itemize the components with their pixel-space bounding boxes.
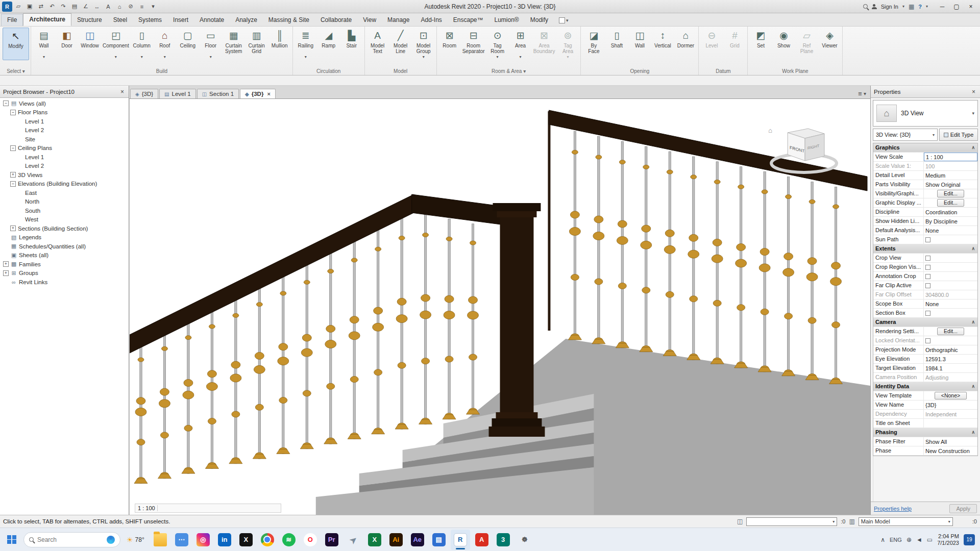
taskbar-app-icon[interactable]: ◎ <box>193 530 213 550</box>
property-value[interactable]: By Discipline <box>924 217 977 226</box>
tree-item[interactable]: North <box>0 197 129 207</box>
ribbon-tab[interactable]: Massing & Site <box>263 14 315 26</box>
taskbar-app-icon[interactable]: X <box>365 530 384 550</box>
ribbon-tool-button[interactable]: ▯ Shaft <box>605 28 628 59</box>
ribbon-tool-button[interactable]: ▙ Stair <box>340 28 363 59</box>
close-properties-icon[interactable]: × <box>970 88 977 95</box>
tree-item[interactable]: ▦ Schedules/Quantities (all) <box>0 242 129 251</box>
taskbar-app-icon[interactable] <box>258 530 277 550</box>
panel-label-select[interactable]: Select ▾ <box>3 68 29 75</box>
qat-icon[interactable]: ⊘ <box>126 2 136 12</box>
ribbon-tool-button[interactable]: ◫ Window <box>79 28 101 59</box>
tree-item[interactable]: Elevations (Building Elevation) <box>0 180 129 189</box>
ribbon-tool-button[interactable]: ◢ Ramp <box>317 28 340 59</box>
ribbon-tab[interactable]: Collaborate <box>315 14 357 26</box>
ribbon-tool-button[interactable]: ▱ Ref Plane <box>795 28 818 59</box>
qat-icon[interactable]: ▱ <box>13 2 23 12</box>
taskbar-app-icon[interactable]: ⋯ <box>172 530 191 550</box>
view-tab[interactable]: ◫ Section 1 × <box>197 89 239 98</box>
properties-header[interactable]: Properties × <box>871 86 980 98</box>
start-button[interactable] <box>3 531 20 548</box>
search-icon[interactable] <box>863 4 868 9</box>
property-value[interactable] <box>924 254 977 262</box>
tree-item[interactable]: Level 1 <box>0 153 129 162</box>
ribbon-tool-button[interactable]: ⊚ Tag Area <box>556 28 579 59</box>
ribbon-tool-button[interactable]: ⊠ Room <box>438 28 461 59</box>
expander-icon[interactable] <box>3 261 9 267</box>
language-indicator[interactable]: ENG <box>890 537 902 543</box>
sign-in-caret-icon[interactable]: ▾ <box>902 4 904 9</box>
ribbon-tool-button[interactable]: ◩ Set <box>749 28 772 59</box>
taskbar-app-icon[interactable]: ▤ <box>429 530 449 550</box>
property-value[interactable]: Coordination <box>924 208 977 216</box>
ribbon-tool-button[interactable]: ◫ Wall <box>628 28 651 59</box>
ribbon-tool-button[interactable]: ◉ Show <box>772 28 795 59</box>
view-tab[interactable]: ▤ Level 1 × <box>159 89 196 98</box>
type-selector-arrow-icon[interactable]: ▾ <box>972 111 974 116</box>
property-value[interactable] <box>924 336 977 345</box>
property-value[interactable] <box>924 309 977 317</box>
drawing-area[interactable]: ⌂ FRONT RIGHT 1 : 100 <box>129 99 870 515</box>
ribbon-tab[interactable]: Modify <box>525 14 554 26</box>
ribbon-tool-button[interactable]: ◈ Viewer <box>818 28 841 59</box>
property-value[interactable]: Adjusting <box>924 373 977 382</box>
tree-item[interactable]: Level 2 <box>0 162 129 171</box>
taskbar-app-icon[interactable]: 3 <box>494 530 513 550</box>
property-value[interactable]: 100 <box>924 162 977 170</box>
editable-only-badge[interactable]: :0 <box>841 518 845 524</box>
tree-item[interactable]: South <box>0 206 129 215</box>
property-value[interactable] <box>924 272 977 281</box>
view-filter-dropdown[interactable]: 3D View: {3D} ▾ <box>873 129 938 141</box>
tree-item[interactable]: ∞ Revit Links <box>0 278 129 287</box>
ribbon-tool-button[interactable]: ▯ Column <box>131 28 153 59</box>
ribbon-tab[interactable]: View <box>357 14 382 26</box>
filter-count-badge[interactable]: :0 <box>972 518 977 524</box>
ribbon-tab[interactable]: Steel <box>108 14 133 26</box>
property-value[interactable]: 1 : 100 <box>924 153 977 161</box>
tree-item[interactable]: ⊞ Groups <box>0 269 129 278</box>
panel-label-room-area[interactable]: Room & Area ▾ <box>438 68 579 75</box>
ribbon-tool-button[interactable]: ╱ Model Line <box>389 28 412 59</box>
qat-icon[interactable]: ∠ <box>81 2 91 12</box>
design-options-icon[interactable]: ▥ <box>849 518 854 525</box>
ribbon-tool-button[interactable]: ⌂ Roof <box>154 28 176 59</box>
ribbon-tab[interactable]: Annotate <box>194 14 230 26</box>
ribbon-tool-button[interactable]: ⊙ Tag Room <box>486 28 509 59</box>
property-value[interactable]: None <box>924 299 977 308</box>
tree-item[interactable]: Level 1 <box>0 117 129 126</box>
ribbon-tool-button[interactable]: ▦ Curtain System <box>223 28 245 59</box>
view-tab[interactable]: ◈ {3D} × <box>130 89 158 98</box>
sign-in-button[interactable]: Sign In <box>881 4 898 10</box>
checkbox[interactable] <box>925 265 930 270</box>
expander-icon[interactable] <box>3 101 9 106</box>
modify-button[interactable]: ↖ Modify <box>3 28 29 60</box>
active-workset-dropdown[interactable]: ▾ <box>746 517 837 526</box>
store-icon[interactable]: ▦ <box>909 3 914 10</box>
help-caret-icon[interactable]: ▾ <box>926 4 928 9</box>
property-value[interactable] <box>924 263 977 271</box>
qat-icon[interactable]: ↶ <box>47 2 57 12</box>
qat-icon[interactable]: A <box>103 2 113 12</box>
project-browser-header[interactable]: Project Browser - Project10 × <box>0 86 129 98</box>
property-value[interactable]: Edit... <box>924 198 977 207</box>
design-option-dropdown[interactable]: Main Model ▾ <box>859 517 953 526</box>
taskbar-app-icon[interactable]: X <box>236 530 256 550</box>
tree-item[interactable]: ▩ Families <box>0 260 129 269</box>
expander-icon[interactable] <box>10 110 16 115</box>
taskbar-app-icon[interactable]: Ae <box>408 530 427 550</box>
expander-icon[interactable] <box>10 226 16 231</box>
taskbar-app-icon[interactable]: ☸ <box>515 530 534 550</box>
expander-icon[interactable] <box>10 145 16 151</box>
volume-icon[interactable]: ◄ <box>916 536 922 543</box>
property-value[interactable]: Edit... <box>924 327 977 336</box>
checkbox[interactable] <box>925 237 930 242</box>
tree-item[interactable]: Site <box>0 135 129 144</box>
ribbon-tool-button[interactable]: ▢ Ceiling <box>177 28 199 59</box>
checkbox[interactable] <box>925 256 930 261</box>
qat-icon[interactable]: ≡ <box>137 2 147 12</box>
ribbon-tool-button[interactable]: ⊖ Level <box>700 28 723 59</box>
checkbox[interactable] <box>925 311 930 316</box>
property-value[interactable]: Show All <box>924 437 977 446</box>
ribbon-tool-button[interactable]: ⊟ Room Separator <box>461 28 486 59</box>
expander-icon[interactable] <box>3 270 9 276</box>
